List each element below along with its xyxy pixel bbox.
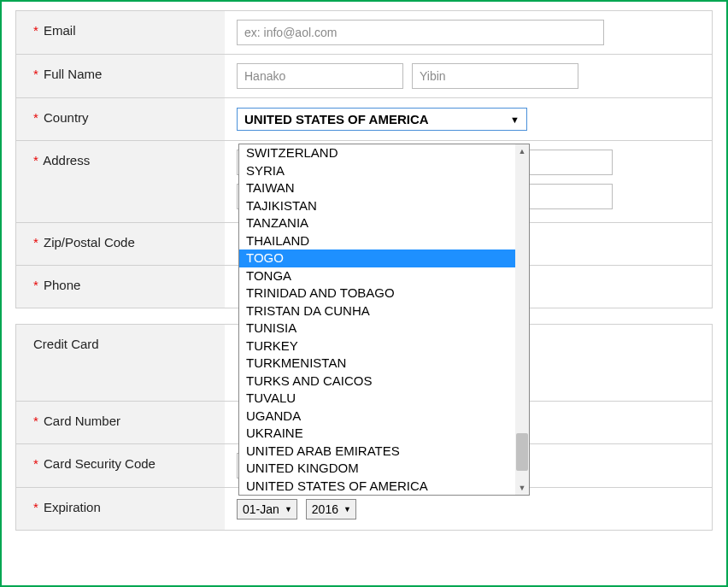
- country-option[interactable]: UKRAINE: [239, 425, 529, 443]
- country-option[interactable]: THAILAND: [239, 232, 529, 250]
- zip-label: * Zip/Postal Code: [16, 223, 225, 265]
- cardsecurity-label-text: Card Security Code: [44, 456, 156, 471]
- country-option[interactable]: TAJIKISTAN: [239, 197, 529, 215]
- cardnumber-label-text: Card Number: [44, 414, 120, 428]
- country-option[interactable]: UNITED STATES OF AMERICA: [239, 478, 529, 496]
- country-option[interactable]: SYRIA: [239, 162, 529, 180]
- required-marker: *: [33, 456, 38, 471]
- cardnumber-label: * Card Number: [16, 402, 225, 443]
- country-option[interactable]: TURKEY: [239, 338, 529, 355]
- required-marker: *: [33, 500, 38, 514]
- required-marker: *: [33, 414, 38, 428]
- zip-label-text: Zip/Postal Code: [44, 235, 135, 249]
- email-label-text: Email: [44, 23, 76, 38]
- country-select-wrapper: UNITED STATES OF AMERICA: [237, 108, 527, 131]
- country-option[interactable]: TAIWAN: [239, 179, 529, 197]
- country-option[interactable]: UNITED ARAB EMIRATES: [239, 443, 529, 461]
- fullname-row: * Full Name: [16, 54, 712, 97]
- cardsecurity-label: * Card Security Code: [16, 444, 225, 487]
- required-marker: *: [33, 67, 38, 81]
- expiration-year-value: 2016: [312, 502, 338, 516]
- phone-label-text: Phone: [44, 278, 80, 292]
- country-label: * Country: [16, 98, 225, 140]
- required-marker: *: [33, 153, 38, 167]
- scroll-up-icon[interactable]: ▲: [515, 144, 529, 158]
- country-option[interactable]: TUVALU: [239, 390, 529, 408]
- phone-label: * Phone: [16, 266, 225, 308]
- country-option[interactable]: UGANDA: [239, 408, 529, 426]
- country-option[interactable]: TURKS AND CAICOS: [239, 373, 529, 390]
- dropdown-scrollbar-track[interactable]: ▲ ▼: [515, 144, 529, 495]
- address-label-text: Address: [43, 153, 90, 167]
- required-marker: *: [33, 110, 38, 125]
- country-dropdown-list: SWITZERLANDSYRIATAIWANTAJIKISTANTANZANIA…: [238, 144, 530, 496]
- creditcard-label-text: Credit Card: [33, 337, 99, 351]
- country-label-text: Country: [44, 110, 89, 125]
- email-label: * Email: [16, 11, 225, 54]
- country-select[interactable]: UNITED STATES OF AMERICA: [237, 108, 527, 131]
- country-option[interactable]: TOGO: [239, 249, 529, 267]
- fullname-field-cell: [225, 55, 712, 97]
- email-field-cell: [225, 11, 712, 54]
- country-option[interactable]: TRISTAN DA CUNHA: [239, 302, 529, 320]
- fullname-label: * Full Name: [16, 55, 225, 97]
- expiration-month-select[interactable]: 01-Jan: [237, 499, 297, 519]
- required-marker: *: [33, 23, 38, 38]
- expiration-label: * Expiration: [16, 488, 225, 530]
- expiration-month-value: 01-Jan: [243, 502, 279, 516]
- scroll-down-icon[interactable]: ▼: [515, 481, 529, 495]
- fullname-label-text: Full Name: [44, 67, 102, 81]
- country-option[interactable]: SWITZERLAND: [239, 144, 529, 162]
- required-marker: *: [33, 278, 38, 292]
- country-option[interactable]: TANZANIA: [239, 214, 529, 232]
- expiration-year-select[interactable]: 2016: [306, 499, 356, 519]
- firstname-input[interactable]: [237, 63, 403, 89]
- country-selected-value: UNITED STATES OF AMERICA: [244, 112, 429, 126]
- country-row: * Country UNITED STATES OF AMERICA: [16, 97, 712, 140]
- dropdown-scrollbar-thumb[interactable]: [516, 433, 528, 471]
- country-field-cell: UNITED STATES OF AMERICA: [225, 98, 712, 140]
- email-input[interactable]: [237, 20, 604, 45]
- required-marker: *: [33, 235, 38, 249]
- country-option[interactable]: UNITED KINGDOM: [239, 460, 529, 478]
- country-option[interactable]: TUNISIA: [239, 320, 529, 338]
- form-container: * Email * Full Name * Country: [0, 0, 728, 587]
- country-dropdown-inner: SWITZERLANDSYRIATAIWANTAJIKISTANTANZANIA…: [239, 144, 529, 495]
- expiration-label-text: Expiration: [44, 500, 101, 514]
- country-option[interactable]: TONGA: [239, 267, 529, 285]
- lastname-input[interactable]: [412, 63, 578, 89]
- address-label: * Address: [16, 141, 225, 222]
- email-row: * Email: [16, 10, 712, 54]
- country-option[interactable]: TRINIDAD AND TOBAGO: [239, 285, 529, 302]
- creditcard-label: Credit Card: [16, 325, 225, 401]
- country-option[interactable]: TURKMENISTAN: [239, 355, 529, 373]
